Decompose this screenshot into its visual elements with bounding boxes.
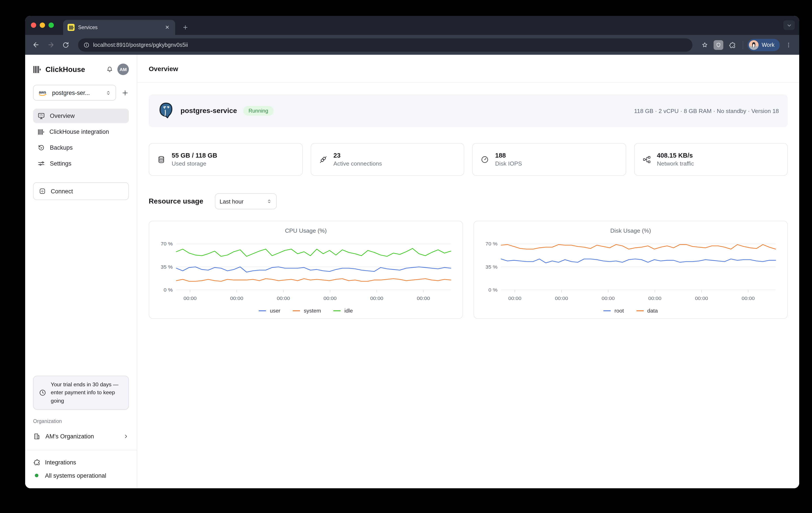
aws-logo-icon: aws bbox=[38, 89, 49, 96]
stats-row: 55 GB / 118 GBUsed storage 23Active conn… bbox=[149, 143, 788, 176]
time-range-select[interactable]: Last hour bbox=[215, 193, 277, 209]
chart-legend: usersystemidle bbox=[155, 305, 456, 317]
service-name: postgres-service bbox=[180, 107, 237, 115]
browser-window: Services ✕ bbox=[25, 16, 799, 488]
trial-clock-icon bbox=[39, 389, 46, 396]
sidebar-item-clickhouse-integration[interactable]: ClickHouse integration bbox=[33, 124, 129, 139]
disk-usage-chart-card: Disk Usage (%) 0 %35 %70 %00:0000:0000:0… bbox=[473, 221, 788, 319]
backup-history-icon bbox=[37, 144, 45, 151]
site-info-icon[interactable] bbox=[83, 42, 90, 48]
svg-text:35 %: 35 % bbox=[161, 264, 173, 269]
svg-text:00:00: 00:00 bbox=[742, 295, 755, 301]
extensions-puzzle-icon[interactable] bbox=[726, 39, 738, 51]
sidebar-item-settings[interactable]: Settings bbox=[33, 156, 129, 171]
chart-legend: rootdata bbox=[480, 305, 781, 317]
sidebar-divider bbox=[25, 450, 137, 450]
user-avatar[interactable]: AM bbox=[117, 63, 129, 75]
tab-strip: Services ✕ bbox=[25, 16, 799, 35]
gauge-icon bbox=[481, 155, 489, 164]
svg-text:00:00: 00:00 bbox=[277, 295, 290, 301]
status-badge: Running bbox=[243, 106, 273, 116]
sidebar-item-backups[interactable]: Backups bbox=[33, 140, 129, 155]
svg-text:00:00: 00:00 bbox=[695, 295, 708, 301]
svg-text:00:00: 00:00 bbox=[509, 295, 521, 301]
tab-services[interactable]: Services ✕ bbox=[63, 20, 175, 35]
building-icon bbox=[33, 432, 40, 440]
sidebar-item-label: Overview bbox=[50, 113, 75, 119]
legend-swatch-icon bbox=[334, 310, 341, 311]
stat-label: Disk IOPS bbox=[495, 160, 522, 167]
sidebar-item-overview[interactable]: Overview bbox=[33, 109, 129, 123]
svg-text:aws: aws bbox=[39, 90, 46, 94]
url-bar[interactable]: localhost:8910/postgres/pgkybgnv0s5ii bbox=[78, 38, 692, 51]
stat-label: Used storage bbox=[172, 160, 217, 167]
connect-label: Connect bbox=[51, 188, 73, 195]
tab-close-icon[interactable]: ✕ bbox=[164, 24, 171, 31]
sidebar-item-label: Backups bbox=[50, 144, 73, 151]
legend-item[interactable]: root bbox=[604, 308, 624, 314]
legend-item[interactable]: system bbox=[293, 308, 321, 314]
organization-item[interactable]: AM's Organization bbox=[33, 430, 129, 443]
database-icon bbox=[157, 155, 166, 164]
zoom-window-button[interactable] bbox=[49, 23, 54, 28]
integrations-puzzle-icon bbox=[33, 459, 40, 466]
sidebar-item-label: ClickHouse integration bbox=[50, 129, 109, 135]
stat-value: 55 GB / 118 GB bbox=[172, 152, 217, 159]
legend-label: system bbox=[304, 308, 321, 314]
legend-label: idle bbox=[344, 308, 353, 314]
back-button[interactable] bbox=[30, 39, 42, 51]
browser-menu-icon[interactable] bbox=[782, 39, 795, 51]
legend-label: root bbox=[614, 308, 624, 314]
legend-swatch-icon bbox=[293, 310, 300, 311]
connect-icon bbox=[39, 188, 46, 195]
notifications-bell-icon[interactable] bbox=[106, 65, 113, 73]
monitor-icon bbox=[37, 112, 45, 120]
new-tab-button[interactable] bbox=[180, 22, 191, 33]
legend-item[interactable]: user bbox=[259, 308, 281, 314]
forward-button[interactable] bbox=[45, 39, 57, 51]
sidebar-item-label: Settings bbox=[50, 160, 71, 167]
profile-button[interactable]: Work bbox=[748, 39, 780, 51]
cable-icon bbox=[319, 155, 327, 164]
legend-item[interactable]: idle bbox=[334, 308, 353, 314]
chevron-updown-icon bbox=[266, 199, 272, 204]
chart-title: Disk Usage (%) bbox=[480, 227, 781, 234]
service-selector-value: postgres-ser... bbox=[52, 89, 102, 96]
stat-card-active-connections: 23Active connections bbox=[311, 143, 464, 176]
stat-label: Active connections bbox=[334, 160, 382, 167]
brand-name: ClickHouse bbox=[46, 65, 102, 74]
minimize-window-button[interactable] bbox=[40, 23, 45, 28]
integrations-label: Integrations bbox=[45, 459, 76, 465]
stat-value: 408.15 KB/s bbox=[657, 152, 694, 159]
svg-text:00:00: 00:00 bbox=[555, 295, 568, 301]
service-selector[interactable]: aws postgres-ser... bbox=[33, 85, 116, 101]
disk-usage-chart: 0 %35 %70 %00:0000:0000:0000:0000:0000:0… bbox=[480, 235, 781, 305]
chevron-updown-icon bbox=[106, 90, 111, 95]
bookmark-star-icon[interactable] bbox=[699, 39, 711, 51]
svg-text:00:00: 00:00 bbox=[417, 295, 430, 301]
status-text: All systems operational bbox=[45, 472, 106, 479]
svg-text:35 %: 35 % bbox=[486, 264, 497, 269]
system-status-item[interactable]: All systems operational bbox=[33, 469, 129, 482]
legend-item[interactable]: data bbox=[636, 308, 658, 314]
svg-text:00:00: 00:00 bbox=[370, 295, 383, 301]
chevron-right-icon bbox=[123, 433, 129, 439]
stat-value: 23 bbox=[334, 152, 382, 159]
organization-name: AM's Organization bbox=[46, 433, 118, 439]
clickhouse-favicon bbox=[67, 24, 75, 31]
page-title: Overview bbox=[149, 65, 178, 72]
stat-card-used-storage: 55 GB / 118 GBUsed storage bbox=[149, 143, 302, 176]
close-window-button[interactable] bbox=[31, 23, 36, 28]
connect-button[interactable]: Connect bbox=[33, 182, 129, 200]
shield-extension-icon[interactable] bbox=[714, 40, 723, 50]
url-text: localhost:8910/postgres/pgkybgnv0s5ii bbox=[93, 42, 188, 48]
main-panel: Overview postgres-service Running 118 GB… bbox=[137, 55, 799, 488]
stat-card-disk-iops: 188Disk IOPS bbox=[472, 143, 626, 176]
integrations-item[interactable]: Integrations bbox=[33, 456, 129, 469]
svg-text:00:00: 00:00 bbox=[648, 295, 661, 301]
add-service-button[interactable] bbox=[121, 89, 129, 96]
postgres-logo-icon bbox=[157, 102, 174, 120]
tab-search-button[interactable] bbox=[783, 20, 795, 30]
reload-button[interactable] bbox=[60, 39, 72, 51]
svg-text:00:00: 00:00 bbox=[183, 295, 197, 301]
